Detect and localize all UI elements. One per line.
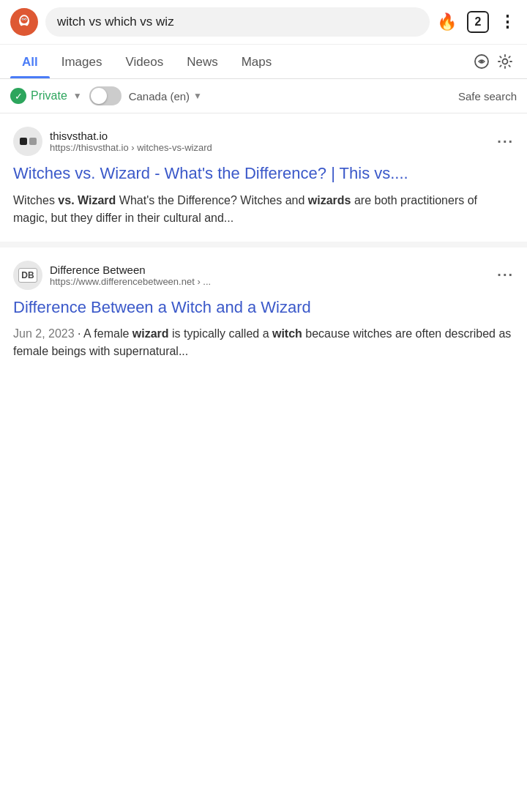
more-menu-icon[interactable]: ⋮ [499, 12, 517, 31]
ddg-logo[interactable] [10, 8, 38, 36]
svg-point-9 [480, 60, 483, 63]
favicon-dot-1 [20, 138, 27, 145]
source-favicon [13, 127, 42, 156]
private-mode-badge[interactable]: ✓ Private ▼ [10, 88, 82, 104]
top-bar: witch vs which vs wiz 🔥 2 ⋮ [0, 0, 527, 45]
favicon-dot-2 [29, 138, 37, 145]
source-name: Difference Between [50, 264, 490, 276]
search-input[interactable]: witch vs which vs wiz [45, 7, 430, 37]
source-url: https://www.differencebetween.net › ... [50, 276, 490, 287]
source-info: thisvsthat.io https://thisvsthat.io › wi… [50, 130, 490, 153]
tab-count-badge[interactable]: 2 [467, 11, 489, 33]
source-url: https://thisvsthat.io › witches-vs-wizar… [50, 142, 490, 153]
tab-images[interactable]: Images [50, 45, 114, 78]
results-container: thisvsthat.io https://thisvsthat.io › wi… [0, 113, 527, 375]
result-source: thisvsthat.io https://thisvsthat.io › wi… [13, 127, 514, 156]
private-check-icon: ✓ [10, 88, 26, 104]
toggle-knob [91, 88, 107, 104]
safe-search-button[interactable]: Safe search [458, 90, 517, 103]
svg-point-5 [23, 18, 23, 19]
db-favicon-icon: DB [18, 268, 37, 283]
private-toggle[interactable] [89, 86, 122, 105]
result-snippet: Witches vs. Wizard What's the Difference… [13, 192, 514, 227]
result-title[interactable]: Difference Between a Witch and a Wizard [13, 297, 514, 319]
region-selector[interactable]: Canada (en) ▼ [129, 90, 202, 103]
svg-point-10 [503, 59, 508, 64]
region-chevron-icon: ▼ [193, 91, 202, 101]
favicon-dots [20, 138, 37, 145]
svg-point-6 [25, 18, 26, 19]
result-card: DB Difference Between https://www.differ… [0, 247, 527, 376]
region-label: Canada (en) [129, 90, 190, 103]
tab-videos[interactable]: Videos [113, 45, 175, 78]
ai-chat-icon[interactable] [470, 50, 493, 73]
tab-maps[interactable]: Maps [230, 45, 284, 78]
svg-point-7 [21, 25, 27, 29]
tab-all[interactable]: All [10, 45, 50, 78]
result-date: Jun 2, 2023 [13, 327, 75, 340]
result-source: DB Difference Between https://www.differ… [13, 261, 514, 290]
result-snippet: Jun 2, 2023 · A female wizard is typical… [13, 325, 514, 360]
result-more-options[interactable]: ··· [497, 133, 514, 150]
top-bar-icons: 🔥 2 ⋮ [437, 11, 517, 33]
source-name: thisvsthat.io [50, 130, 490, 142]
result-more-options[interactable]: ··· [497, 267, 514, 283]
fire-icon[interactable]: 🔥 [437, 12, 457, 31]
source-favicon: DB [13, 261, 42, 290]
result-title[interactable]: Witches vs. Wizard - What's the Differen… [13, 163, 514, 185]
search-tabs: All Images Videos News Maps [0, 45, 527, 79]
svg-point-2 [20, 16, 28, 23]
result-card: thisvsthat.io https://thisvsthat.io › wi… [0, 113, 527, 242]
settings-icon[interactable] [493, 50, 517, 73]
source-info: Difference Between https://www.differenc… [50, 264, 490, 287]
tab-news[interactable]: News [175, 45, 230, 78]
private-label: Private [31, 89, 67, 103]
filter-bar: ✓ Private ▼ Canada (en) ▼ Safe search [0, 79, 527, 113]
private-chevron-icon: ▼ [73, 91, 82, 101]
